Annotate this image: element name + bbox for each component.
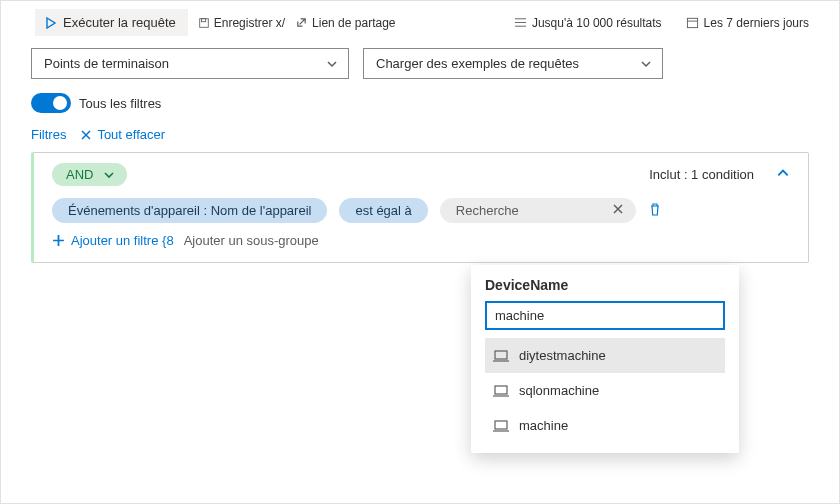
suggestion-item[interactable]: diytestmachine (485, 338, 725, 373)
svg-rect-1 (201, 18, 205, 21)
load-examples-dropdown[interactable]: Charger des exemples de requêtes (363, 48, 663, 79)
svg-rect-5 (687, 18, 697, 27)
svg-rect-11 (495, 421, 507, 429)
clear-all-button[interactable]: Tout effacer (80, 127, 165, 142)
suggestion-item[interactable]: sqlonmachine (485, 373, 725, 408)
share-icon (295, 16, 308, 29)
chevron-up-icon (776, 166, 790, 180)
close-icon (612, 203, 624, 215)
device-icon (493, 350, 509, 362)
toggle-row: Tous les filtres (1, 83, 839, 119)
share-link[interactable]: Lien de partage (295, 16, 395, 30)
all-filters-label: Tous les filtres (79, 96, 161, 111)
collapse-button[interactable] (776, 166, 790, 183)
filters-link[interactable]: Filtres (31, 127, 66, 142)
close-icon (80, 129, 92, 141)
autocomplete-popup: DeviceName diytestmachine sqlonmachine m… (471, 265, 739, 453)
condition-row: Événements d'appareil : Nom de l'apparei… (52, 198, 790, 223)
filters-bar: Filtres Tout effacer (1, 119, 839, 152)
delete-condition-button[interactable] (648, 202, 662, 220)
condition-summary: Inclut : 1 condition (649, 167, 754, 182)
add-filter-button[interactable]: Ajouter un filtre {8 (52, 233, 174, 248)
add-row: Ajouter un filtre {8 Ajouter un sous-gro… (52, 233, 790, 248)
suggestion-item[interactable]: machine (485, 408, 725, 443)
play-icon (45, 17, 57, 29)
calendar-icon (686, 16, 699, 29)
device-icon (493, 385, 509, 397)
device-icon (493, 420, 509, 432)
list-icon (514, 17, 527, 28)
save-link[interactable]: Enregistrer x/ (198, 16, 285, 30)
run-query-label: Exécuter la requête (63, 15, 176, 30)
clear-value-button[interactable] (610, 203, 626, 218)
trash-icon (648, 202, 662, 217)
svg-rect-9 (495, 386, 507, 394)
svg-rect-7 (495, 351, 507, 359)
operator-selector[interactable]: AND (52, 163, 127, 186)
chevron-down-icon (103, 169, 115, 181)
run-query-button[interactable]: Exécuter la requête (35, 9, 188, 36)
popup-search-input[interactable] (485, 301, 725, 330)
timerange-dropdown[interactable]: Les 7 derniers jours (686, 16, 809, 30)
toolbar: Exécuter la requête Enregistrer x/ Lien … (1, 1, 839, 42)
save-icon (198, 17, 210, 29)
results-limit-dropdown[interactable]: Jusqu'à 10 000 résultats (514, 16, 662, 30)
popup-title: DeviceName (485, 277, 725, 293)
operator-pill[interactable]: est égal à (339, 198, 427, 223)
plus-icon (52, 234, 65, 247)
value-search-pill[interactable]: Recherche (440, 198, 636, 223)
builder-header: AND Inclut : 1 condition (52, 163, 790, 186)
all-filters-toggle[interactable] (31, 93, 71, 113)
dropdown-row: Points de terminaison Charger des exempl… (1, 42, 839, 83)
field-pill[interactable]: Événements d'appareil : Nom de l'apparei… (52, 198, 327, 223)
endpoints-dropdown[interactable]: Points de terminaison (31, 48, 349, 79)
filter-builder: AND Inclut : 1 condition Événements d'ap… (31, 152, 809, 263)
chevron-down-icon (326, 58, 338, 70)
add-subgroup-button[interactable]: Ajouter un sous-groupe (184, 233, 319, 248)
chevron-down-icon (640, 58, 652, 70)
